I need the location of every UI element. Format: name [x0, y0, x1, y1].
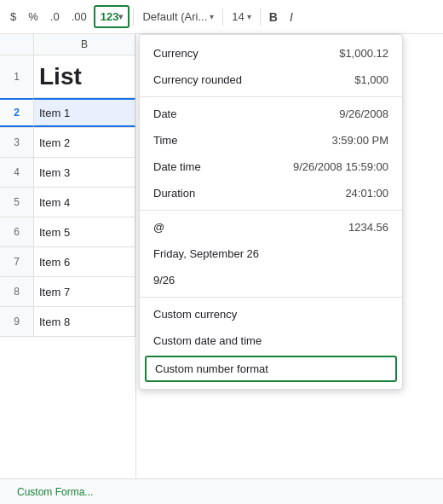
menu-item-value: 9/26/2008 15:59:00: [293, 160, 388, 173]
menu-item-value: 9/26/2008: [339, 107, 388, 120]
table-row[interactable]: 2 Item 1: [0, 98, 135, 128]
spreadsheet-area: B 1 List 2 Item 1 3 Item 2 4 Item 3 5 It…: [0, 34, 443, 504]
dollar-button[interactable]: $: [5, 7, 21, 26]
menu-item[interactable]: Duration 24:01:00: [140, 180, 402, 206]
cell-value[interactable]: Item 7: [34, 277, 135, 306]
table-row[interactable]: 3 Item 2: [0, 128, 135, 158]
menu-divider: [140, 297, 402, 298]
cell-value[interactable]: Item 6: [34, 247, 135, 276]
table-row[interactable]: 9 Item 8: [0, 307, 135, 337]
row-number: 3: [0, 128, 34, 157]
menu-item-label: Time: [153, 134, 177, 147]
col-header-row: B: [0, 34, 135, 55]
custom-number-format-item[interactable]: Custom number format: [145, 356, 397, 382]
cell-value[interactable]: Item 1: [34, 98, 135, 127]
menu-item-label: Custom date and time: [153, 334, 262, 347]
title-row: 1 List: [0, 55, 135, 98]
table-row[interactable]: 7 Item 6: [0, 247, 135, 277]
menu-item-label: 9/26: [153, 274, 175, 287]
menu-item[interactable]: Date 9/26/2008: [140, 101, 402, 127]
cell-value[interactable]: Item 3: [34, 158, 135, 187]
row-number: 9: [0, 307, 34, 336]
table-row[interactable]: 5 Item 4: [0, 188, 135, 217]
separator-2: [222, 9, 223, 26]
cell-value[interactable]: Item 4: [34, 188, 135, 217]
font-dropdown[interactable]: Default (Ari... ▾: [137, 7, 219, 26]
menu-item[interactable]: Date time 9/26/2008 15:59:00: [140, 154, 402, 180]
menu-divider: [140, 210, 402, 211]
tab-bar: Custom Forma...: [0, 478, 443, 504]
menu-item[interactable]: Custom date and time: [140, 327, 402, 354]
menu-item-label: @: [153, 221, 164, 234]
menu-item-label: Date time: [153, 160, 201, 173]
table-row[interactable]: 8 Item 7: [0, 277, 135, 307]
format-dropdown-menu: Currency $1,000.12 Currency rounded $1,0…: [139, 34, 403, 390]
menu-item[interactable]: Time 3:59:00 PM: [140, 127, 402, 154]
menu-item-value: 3:59:00 PM: [332, 134, 389, 147]
title-cell[interactable]: List: [34, 55, 135, 97]
title-row-num: 1: [0, 55, 34, 98]
row-number: 7: [0, 247, 34, 276]
menu-item[interactable]: Currency rounded $1,000: [140, 67, 402, 93]
bold-button[interactable]: B: [264, 7, 283, 27]
italic-button[interactable]: I: [285, 7, 298, 27]
row-num-header: [0, 34, 34, 55]
menu-item-value: 24:01:00: [345, 187, 388, 200]
menu-item-label: Date: [153, 107, 176, 120]
col-b-header[interactable]: B: [34, 34, 135, 55]
separator-1: [133, 9, 134, 26]
chevron-down-icon: ▾: [210, 12, 214, 21]
cell-value[interactable]: Item 8: [34, 307, 135, 336]
menu-divider: [140, 96, 402, 97]
table-row[interactable]: 6 Item 5: [0, 217, 135, 247]
row-number: 4: [0, 158, 34, 187]
menu-item[interactable]: Currency $1,000.12: [140, 40, 402, 67]
chevron-down-icon: ▾: [118, 12, 123, 21]
row-number: 5: [0, 188, 34, 217]
table-row[interactable]: 4 Item 3: [0, 158, 135, 188]
percent-button[interactable]: %: [23, 7, 43, 26]
sheet-tab[interactable]: Custom Forma...: [7, 483, 103, 501]
menu-item-value: $1,000.12: [339, 47, 388, 60]
format-button[interactable]: 123 ▾: [94, 5, 130, 28]
toolbar: $ % .0 .00 123 ▾ Default (Ari... ▾ 14 ▾ …: [0, 0, 443, 34]
menu-item[interactable]: Custom currency: [140, 301, 402, 327]
cell-value[interactable]: Item 2: [34, 128, 135, 157]
menu-item-label: Currency rounded: [153, 73, 242, 86]
menu-item-label: Friday, September 26: [153, 247, 259, 260]
decimal-decrease-button[interactable]: .0: [45, 7, 65, 26]
sheet-rows: 2 Item 1 3 Item 2 4 Item 3 5 Item 4 6 It…: [0, 98, 135, 504]
font-size-dropdown[interactable]: 14 ▾: [227, 7, 256, 26]
menu-item[interactable]: 9/26: [140, 267, 402, 293]
menu-item-value: $1,000: [354, 73, 388, 86]
menu-item[interactable]: Friday, September 26: [140, 240, 402, 267]
menu-item-label: Currency: [153, 47, 198, 60]
row-number: 8: [0, 277, 34, 306]
menu-item-value: 1234.56: [348, 221, 388, 234]
chevron-down-icon: ▾: [247, 12, 251, 21]
row-number: 6: [0, 217, 34, 246]
sheet-left-panel: B 1 List 2 Item 1 3 Item 2 4 Item 3 5 It…: [0, 34, 136, 504]
menu-item[interactable]: @ 1234.56: [140, 214, 402, 240]
menu-item-label: Duration: [153, 187, 195, 200]
menu-item-label: Custom number format: [155, 362, 268, 375]
menu-item-label: Custom currency: [153, 308, 237, 321]
row-number: 2: [0, 98, 34, 127]
decimal-increase-button[interactable]: .00: [66, 7, 92, 26]
cell-value[interactable]: Item 5: [34, 217, 135, 246]
separator-3: [260, 9, 261, 26]
